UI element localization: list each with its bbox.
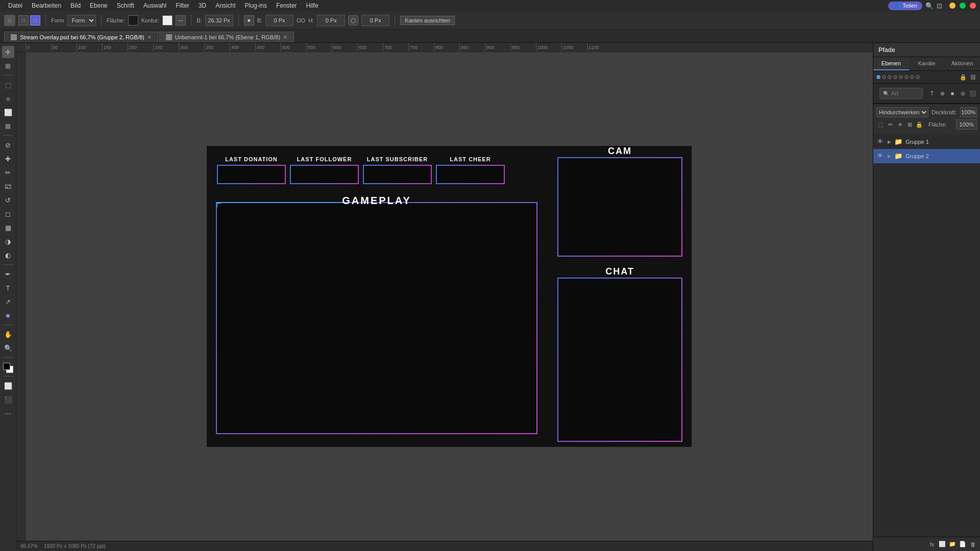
tab-kanale[interactable]: Kanäle xyxy=(909,57,945,70)
tool-eraser[interactable]: ◻ xyxy=(2,208,14,220)
search-icon[interactable]: 🔍 xyxy=(925,2,934,10)
tool-shape[interactable]: ■ xyxy=(2,309,14,321)
blend-mode-select[interactable]: Hindurchwerken xyxy=(876,107,928,117)
tab-aktionen[interactable]: Aktionen xyxy=(944,57,980,70)
tool-move[interactable]: ✛ xyxy=(2,46,14,58)
tab-close-inactive[interactable]: ✕ xyxy=(283,35,287,40)
tool-pen[interactable]: ✒ xyxy=(2,268,14,280)
tool-marquee[interactable]: ⬚ xyxy=(2,79,14,91)
layer-name-gruppe1: Gruppe 1 xyxy=(905,139,929,145)
layer-gruppe2[interactable]: 👁 ▶ 📁 Gruppe 2 xyxy=(873,149,980,163)
dot-6 xyxy=(910,75,914,79)
menu-hilfe[interactable]: Hilfe xyxy=(302,1,323,10)
form-select[interactable]: Form xyxy=(67,15,96,26)
opacity-value[interactable]: 100% xyxy=(960,107,977,117)
filter-adj-icon[interactable]: ⊕ xyxy=(938,89,946,97)
tool-mask[interactable]: ⬜ xyxy=(2,380,14,392)
zoom-icon[interactable]: ⊡ xyxy=(937,2,942,10)
lock-paint-icon[interactable]: ✏ xyxy=(886,120,894,129)
tool-hand[interactable]: ✋ xyxy=(2,328,14,340)
menu-schrift[interactable]: Schrift xyxy=(113,1,138,10)
window-maximize[interactable] xyxy=(960,3,966,9)
visibility-icon-gruppe2[interactable]: 👁 xyxy=(877,153,885,160)
canvas-area[interactable]: 0 50 100 150 200 250 300 350 400 450 500… xyxy=(16,43,873,551)
tool-crop[interactable]: ⊠ xyxy=(2,120,14,132)
layer-gruppe1[interactable]: 👁 ▶ 📁 Gruppe 1 xyxy=(873,135,980,149)
chevron-gruppe2[interactable]: ▶ xyxy=(888,154,891,159)
lock-artboard-icon[interactable]: ⊞ xyxy=(905,120,914,129)
breite-label: B: xyxy=(197,17,202,23)
stroke-color-swatch[interactable] xyxy=(162,15,173,26)
new-layer-icon[interactable]: 📄 xyxy=(959,540,967,548)
tool-object-select[interactable]: ⬜ xyxy=(2,106,14,118)
share-button[interactable]: 👤 Teilen xyxy=(888,2,922,10)
tab-stream-overlay[interactable]: Stream Overlay.psd bei 66,7% (Gruppe 2, … xyxy=(4,32,158,42)
layer-search[interactable]: 🔍 xyxy=(879,88,923,99)
tool-healing[interactable]: ✚ xyxy=(2,153,14,165)
search-input[interactable] xyxy=(891,90,919,96)
add-mask-icon[interactable]: ⬜ xyxy=(938,540,946,548)
menu-ansicht[interactable]: Ansicht xyxy=(211,1,239,10)
tool-lasso[interactable]: ⌾ xyxy=(2,92,14,105)
menu-plugins[interactable]: Plug-ins xyxy=(241,1,271,10)
filter-pixel-icon[interactable]: ⬛ xyxy=(969,89,977,97)
radius-icon[interactable]: ◯ xyxy=(348,15,358,26)
tab-close-active[interactable]: ✕ xyxy=(148,35,152,40)
radius-input[interactable] xyxy=(361,15,389,26)
width-input[interactable] xyxy=(205,15,233,26)
stroke-style-icon[interactable]: — xyxy=(176,15,186,26)
tool-eyedropper[interactable]: ⊘ xyxy=(2,139,14,151)
menu-bild[interactable]: Bild xyxy=(66,1,85,10)
window-close[interactable] xyxy=(970,3,976,9)
delete-layer-icon[interactable]: 🗑 xyxy=(969,540,977,548)
fill-color-swatch[interactable] xyxy=(128,15,138,26)
tool-dodge[interactable]: ◐ xyxy=(2,249,14,261)
chain-icon[interactable]: ⛓ xyxy=(969,73,977,81)
fill-value[interactable]: 100% xyxy=(956,119,977,130)
tool-screen-mode[interactable]: ⬛ xyxy=(2,393,14,406)
lock-icon[interactable]: 🔒 xyxy=(959,73,967,81)
kanten-ausrichten-button[interactable]: Kanten ausrichten xyxy=(400,16,455,25)
lock-transparency-icon[interactable]: ⬚ xyxy=(876,120,885,129)
tab-ebenen[interactable]: Ebenen xyxy=(873,57,909,70)
visibility-icon-gruppe1[interactable]: 👁 xyxy=(877,138,885,145)
menu-auswahl[interactable]: Auswahl xyxy=(139,1,170,10)
tool-zoom[interactable]: 🔍 xyxy=(2,342,14,354)
add-style-icon[interactable]: fx xyxy=(928,540,936,548)
filter-type-icon[interactable]: T xyxy=(928,89,936,97)
menu-bearbeiten[interactable]: Bearbeiten xyxy=(28,1,65,10)
shape-rect[interactable]: ■ xyxy=(244,15,254,26)
lock-all-icon[interactable]: 🔒 xyxy=(915,120,923,129)
filter-shape-icon[interactable]: ■ xyxy=(948,89,957,97)
menu-filter[interactable]: Filter xyxy=(172,1,193,10)
tool-clone[interactable]: 🖃 xyxy=(2,180,14,192)
b-input[interactable] xyxy=(265,15,293,26)
tab-unbenannt[interactable]: Unbenannt-1 bei 66,7% (Ebene 1, RGB/8) ✕ xyxy=(159,32,294,42)
new-group-icon[interactable]: 📁 xyxy=(948,540,957,548)
tool-artboard[interactable]: ⊞ xyxy=(2,60,14,72)
tool-blur[interactable]: ◑ xyxy=(2,235,14,247)
flache-label: Fläche: xyxy=(107,17,125,23)
tool-brush[interactable]: ✏ xyxy=(2,166,14,179)
lock-position-icon[interactable]: ✛ xyxy=(896,120,904,129)
fg-color[interactable] xyxy=(3,363,10,370)
tool-history[interactable]: ↺ xyxy=(2,194,14,206)
tool-path-select[interactable]: ↗ xyxy=(2,295,14,308)
home-icon[interactable]: ⌂ xyxy=(4,15,15,26)
color-picker[interactable] xyxy=(3,363,13,373)
menu-fenster[interactable]: Fenster xyxy=(272,1,301,10)
tool-gradient[interactable]: ▦ xyxy=(2,221,14,234)
filter-smart-icon[interactable]: ⊘ xyxy=(959,89,967,97)
tool-shape-active[interactable]: □ xyxy=(30,15,40,26)
menu-3d[interactable]: 3D xyxy=(194,1,210,10)
canvas-content[interactable]: LAST DONATION LAST FOLLOWER xyxy=(26,52,873,541)
last-cheer-label: LAST CHEER xyxy=(450,156,491,162)
menu-ebene[interactable]: Ebene xyxy=(86,1,112,10)
chevron-gruppe1[interactable]: ▶ xyxy=(888,139,891,144)
window-minimize[interactable] xyxy=(949,3,955,9)
tool-text[interactable]: T xyxy=(2,282,14,294)
tool-extra[interactable]: ⋯ xyxy=(2,407,14,419)
tool-shape-square[interactable]: □ xyxy=(18,15,29,26)
h-input[interactable] xyxy=(317,15,345,26)
menu-datei[interactable]: Datei xyxy=(4,1,27,10)
